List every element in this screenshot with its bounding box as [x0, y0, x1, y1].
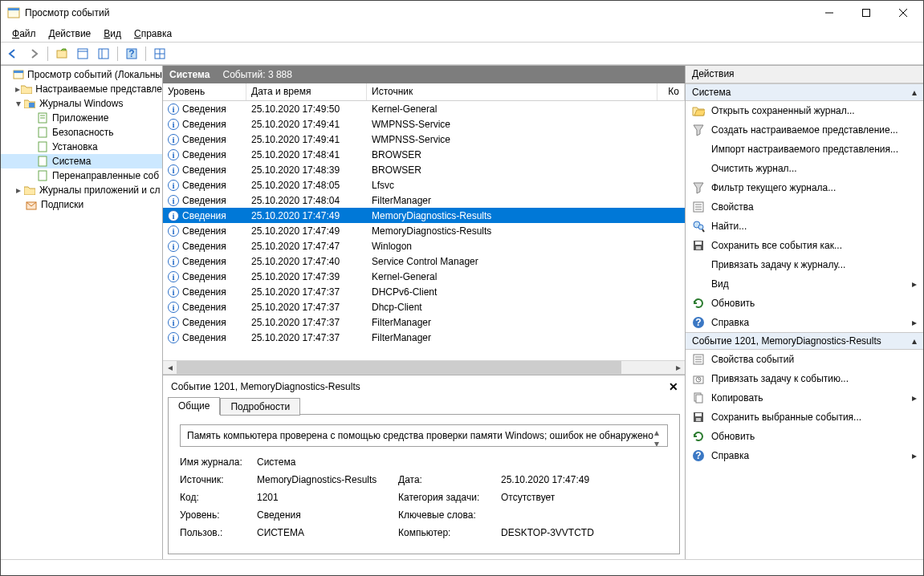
collapse-icon[interactable]: ▾ [14, 98, 23, 109]
collapse-up-icon[interactable]: ▴ [912, 87, 917, 98]
action-import-custom-view[interactable]: Импорт настраиваемого представления... [686, 140, 923, 159]
tree-item-application[interactable]: Приложение [1, 111, 162, 125]
col-source[interactable]: Источник [367, 83, 657, 100]
tree-item-security[interactable]: Безопасность [1, 125, 162, 140]
log-icon [36, 169, 49, 182]
help-toolbar-button[interactable]: ? [123, 45, 140, 63]
svg-text:?: ? [695, 317, 701, 328]
props-icon [692, 353, 705, 366]
menu-view[interactable]: Вид [97, 26, 128, 41]
svg-rect-48 [696, 395, 702, 403]
tab-details[interactable]: Подробности [220, 398, 300, 416]
detail-close-button[interactable]: ✕ [669, 380, 678, 393]
tab-general[interactable]: Общие [168, 397, 220, 415]
expand-icon[interactable]: ▸ [14, 185, 23, 196]
forward-button[interactable] [25, 45, 43, 63]
scroll-left-icon[interactable]: ◂ [163, 361, 177, 375]
tree-app-services-logs[interactable]: ▸ Журналы приложений и сл [1, 183, 162, 197]
col-code[interactable]: Ко [657, 83, 685, 100]
tree-item-setup[interactable]: Установка [1, 140, 162, 154]
menu-file[interactable]: Файл [6, 26, 43, 41]
action-create-custom-view[interactable]: Создать настраиваемое представление... [686, 120, 923, 140]
expand-icon[interactable]: ▸ [14, 83, 21, 95]
log-icon [36, 155, 49, 168]
action-attach-task-log[interactable]: Привязать задачу к журналу... [686, 255, 923, 274]
event-rows[interactable]: iСведения25.10.2020 17:49:50Kernel-Gener… [163, 101, 685, 360]
action-help[interactable]: ?Справка▸ [686, 313, 923, 332]
cell-date: 25.10.2020 17:49:41 [246, 134, 367, 145]
scroll-thumb[interactable] [177, 361, 621, 374]
minimize-button[interactable] [811, 2, 848, 24]
action-label: Обновить [711, 431, 755, 442]
tree-item-system[interactable]: Система [1, 154, 162, 168]
back-button[interactable] [4, 45, 22, 63]
menu-action[interactable]: Действие [43, 26, 98, 41]
action-attach-task-event[interactable]: Привязать задачу к событию... [686, 369, 923, 388]
table-row[interactable]: iСведения25.10.2020 17:47:37Dhcp-Client [163, 299, 685, 314]
subscriptions-icon [25, 198, 38, 211]
layout-button-3[interactable] [151, 45, 169, 63]
table-row[interactable]: iСведения25.10.2020 17:48:04FilterManage… [163, 193, 685, 208]
col-level[interactable]: Уровень [163, 83, 246, 100]
table-row[interactable]: iСведения25.10.2020 17:49:41WMPNSS-Servi… [163, 132, 685, 147]
tree-windows-logs[interactable]: ▾ Журналы Windows [1, 96, 162, 111]
layout-button-2[interactable] [95, 45, 112, 63]
tree-item-forwarded[interactable]: Перенаправленные соб [1, 168, 162, 183]
menu-help[interactable]: Справка [128, 26, 178, 41]
action-properties[interactable]: Свойства [686, 197, 923, 217]
action-view[interactable]: Вид▸ [686, 274, 923, 294]
action-clear-log[interactable]: Очистить журнал... [686, 159, 923, 178]
table-row[interactable]: iСведения25.10.2020 17:47:37DHCPv6-Clien… [163, 284, 685, 299]
table-row[interactable]: iСведения25.10.2020 17:49:50Kernel-Gener… [163, 101, 685, 116]
table-row[interactable]: iСведения25.10.2020 17:49:41WMPNSS-Servi… [163, 116, 685, 132]
table-row[interactable]: iСведения25.10.2020 17:47:40Service Cont… [163, 254, 685, 269]
close-button[interactable] [885, 2, 922, 24]
svg-rect-1 [8, 8, 19, 10]
tree-subscriptions[interactable]: Подписки [1, 197, 162, 212]
maximize-button[interactable] [848, 2, 885, 24]
collapse-up-icon[interactable]: ▴ [912, 335, 917, 347]
layout-button-1[interactable] [74, 45, 92, 63]
action-filter-current-log[interactable]: Фильтр текущего журнала... [686, 178, 923, 197]
action-event-properties[interactable]: Свойства событий [686, 350, 923, 369]
table-row[interactable]: iСведения25.10.2020 17:47:47Winlogon [163, 238, 685, 254]
action-refresh[interactable]: Обновить [686, 294, 923, 313]
action-find[interactable]: Найти... [686, 217, 923, 236]
chevron-right-icon: ▸ [912, 317, 917, 328]
action-open-saved-log[interactable]: Открыть сохраненный журнал... [686, 101, 923, 120]
svg-text:?: ? [695, 450, 701, 461]
tree-root[interactable]: Просмотр событий (Локальны [1, 67, 162, 82]
scroll-up-icon[interactable]: ▴ [654, 427, 666, 438]
table-row[interactable]: iСведения25.10.2020 17:47:37FilterManage… [163, 330, 685, 345]
cell-level: Сведения [182, 164, 226, 176]
actions-section-system[interactable]: Система ▴ [686, 83, 923, 101]
tree-system-label: Система [52, 156, 91, 167]
table-row[interactable]: iСведения25.10.2020 17:47:49MemoryDiagno… [163, 223, 685, 238]
action-copy[interactable]: Копировать▸ [686, 388, 923, 408]
table-row[interactable]: iСведения25.10.2020 17:47:37FilterManage… [163, 314, 685, 330]
svg-line-33 [702, 229, 704, 232]
action-save-all-events[interactable]: Сохранить все события как... [686, 236, 923, 255]
col-date[interactable]: Дата и время [246, 83, 367, 100]
action-save-selected[interactable]: Сохранить выбранные события... [686, 408, 923, 427]
detail-message: Память компьютера проверена с помощью ср… [187, 430, 653, 441]
table-row[interactable]: iСведения25.10.2020 17:47:39Kernel-Gener… [163, 269, 685, 284]
table-row[interactable]: iСведения25.10.2020 17:48:41BROWSER [163, 147, 685, 162]
tree-pane[interactable]: Просмотр событий (Локальны ▸ Настраиваем… [1, 66, 163, 559]
actions-section-event[interactable]: Событие 1201, MemoryDiagnostics-Results … [686, 332, 923, 350]
svg-rect-50 [695, 413, 702, 416]
tree-custom-views[interactable]: ▸ Настраиваемые представле [1, 82, 162, 96]
table-row[interactable]: iСведения25.10.2020 17:47:49MemoryDiagno… [163, 208, 685, 223]
table-row[interactable]: iСведения25.10.2020 17:48:39BROWSER [163, 162, 685, 177]
action-help-event[interactable]: ?Справка▸ [686, 446, 923, 465]
table-row[interactable]: iСведения25.10.2020 17:48:05Lfsvc [163, 177, 685, 193]
show-hide-tree-button[interactable] [53, 45, 71, 63]
horizontal-scrollbar[interactable]: ◂ ▸ [163, 360, 685, 374]
action-refresh-event[interactable]: Обновить [686, 427, 923, 446]
scroll-down-icon[interactable]: ▾ [654, 438, 666, 447]
cell-level: Сведения [182, 210, 226, 221]
scroll-right-icon[interactable]: ▸ [671, 361, 685, 375]
chevron-right-icon: ▸ [912, 450, 917, 461]
svg-rect-6 [57, 51, 67, 58]
label-user: Пользов.: [180, 527, 257, 538]
